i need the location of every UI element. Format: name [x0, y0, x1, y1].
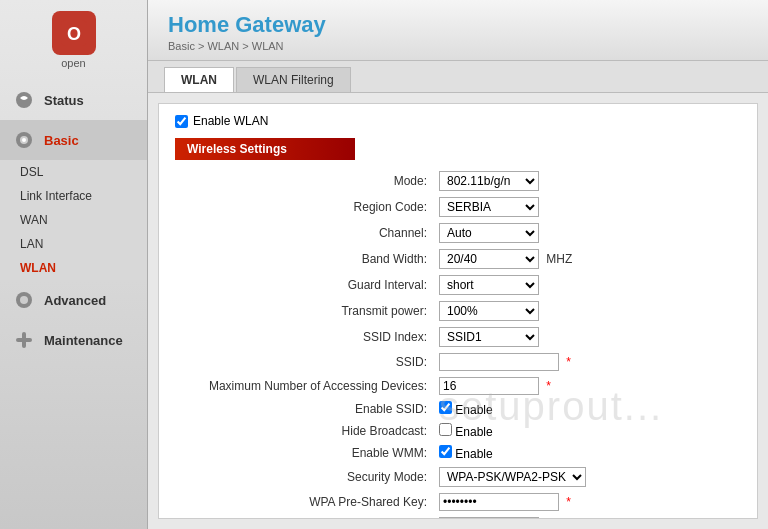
- bandwidth-select[interactable]: 20/40 20: [439, 249, 539, 269]
- field-label-mode: Mode:: [175, 168, 435, 194]
- enable-wlan-checkbox[interactable]: [175, 115, 188, 128]
- table-row: Transmit power: 100% 75% 50% 25%: [175, 298, 741, 324]
- ssid-input[interactable]: [439, 353, 559, 371]
- tab-wlan-filtering[interactable]: WLAN Filtering: [236, 67, 351, 92]
- page-title: Home Gateway: [168, 12, 748, 38]
- table-row: Region Code: SERBIA: [175, 194, 741, 220]
- guard-interval-select[interactable]: short long: [439, 275, 539, 295]
- nav-item-basic[interactable]: Basic: [0, 120, 147, 160]
- nav-label-maintenance: Maintenance: [44, 333, 123, 348]
- table-row: SSID Index: SSID1 SSID2 SSID3 SSID4: [175, 324, 741, 350]
- tab-bar: WLAN WLAN Filtering: [148, 61, 768, 93]
- mhz-label: MHZ: [546, 252, 572, 266]
- field-label-enable-ssid: Enable SSID:: [175, 398, 435, 420]
- sub-nav: DSL Link Interface WAN LAN WLAN: [0, 160, 147, 280]
- table-row: Guard Interval: short long: [175, 272, 741, 298]
- table-row: WPA Pre-Shared Key: *: [175, 490, 741, 514]
- table-row: Enable WMM: Enable: [175, 442, 741, 464]
- field-label-hide-broadcast: Hide Broadcast:: [175, 420, 435, 442]
- header: Home Gateway Basic > WLAN > WLAN: [148, 0, 768, 61]
- sub-nav-wlan[interactable]: WLAN: [0, 256, 147, 280]
- table-row: Channel: Auto 1234 5678 91011: [175, 220, 741, 246]
- settings-table: Mode: 802.11b/g/n 802.11b/g 802.11n Regi…: [175, 168, 741, 519]
- field-label-guard: Guard Interval:: [175, 272, 435, 298]
- psk-required: *: [566, 495, 571, 509]
- advanced-icon: [12, 288, 36, 312]
- nav-item-status[interactable]: Status: [0, 80, 147, 120]
- sub-nav-wan[interactable]: WAN: [0, 208, 147, 232]
- table-row: WPA Encryption: AES TKIP TKIP+AES: [175, 514, 741, 519]
- enable-wmm-label: Enable: [455, 447, 492, 461]
- table-row: SSID: *: [175, 350, 741, 374]
- nav-label-advanced: Advanced: [44, 293, 106, 308]
- security-mode-select[interactable]: WPA-PSK/WPA2-PSK WPA-PSK WPA2-PSK None: [439, 467, 586, 487]
- sub-nav-dsl[interactable]: DSL: [0, 160, 147, 184]
- basic-icon: [12, 128, 36, 152]
- logo-area: O open: [34, 10, 114, 70]
- mode-select[interactable]: 802.11b/g/n 802.11b/g 802.11n: [439, 171, 539, 191]
- max-devices-required: *: [546, 379, 551, 393]
- maintenance-icon: [12, 328, 36, 352]
- field-label-transmit: Transmit power:: [175, 298, 435, 324]
- enable-wmm-checkbox[interactable]: [439, 445, 452, 458]
- svg-text:O: O: [66, 24, 80, 44]
- transmit-power-select[interactable]: 100% 75% 50% 25%: [439, 301, 539, 321]
- psk-input[interactable]: [439, 493, 559, 511]
- max-devices-input[interactable]: [439, 377, 539, 395]
- nav-label-status: Status: [44, 93, 84, 108]
- field-label-psk: WPA Pre-Shared Key:: [175, 490, 435, 514]
- sub-nav-link-interface[interactable]: Link Interface: [0, 184, 147, 208]
- svg-point-7: [20, 296, 28, 304]
- sidebar: O open Status Basic DSL Link Interface W…: [0, 0, 148, 529]
- channel-select[interactable]: Auto 1234 5678 91011: [439, 223, 539, 243]
- hide-broadcast-checkbox[interactable]: [439, 423, 452, 436]
- encryption-select[interactable]: AES TKIP TKIP+AES: [439, 517, 539, 519]
- field-label-bandwidth: Band Width:: [175, 246, 435, 272]
- table-row: Mode: 802.11b/g/n 802.11b/g 802.11n: [175, 168, 741, 194]
- enable-ssid-checkbox[interactable]: [439, 401, 452, 414]
- content-area: setuprout... Enable WLAN Wireless Settin…: [158, 103, 758, 519]
- table-row: Enable SSID: Enable: [175, 398, 741, 420]
- field-label-enable-wmm: Enable WMM:: [175, 442, 435, 464]
- field-label-security: Security Mode:: [175, 464, 435, 490]
- table-row: Band Width: 20/40 20 MHZ: [175, 246, 741, 272]
- enable-wlan-row: Enable WLAN: [175, 114, 741, 128]
- nav-item-maintenance[interactable]: Maintenance: [0, 320, 147, 360]
- enable-wlan-label: Enable WLAN: [193, 114, 268, 128]
- svg-point-5: [22, 138, 26, 142]
- logo-text: open: [61, 57, 85, 69]
- table-row: Hide Broadcast: Enable: [175, 420, 741, 442]
- field-label-region: Region Code:: [175, 194, 435, 220]
- tab-wlan[interactable]: WLAN: [164, 67, 234, 92]
- ssid-index-select[interactable]: SSID1 SSID2 SSID3 SSID4: [439, 327, 539, 347]
- field-label-ssid: SSID:: [175, 350, 435, 374]
- enable-ssid-label: Enable: [455, 403, 492, 417]
- status-icon: [12, 88, 36, 112]
- logo-icon: O: [52, 11, 96, 55]
- breadcrumb: Basic > WLAN > WLAN: [168, 40, 748, 52]
- field-label-channel: Channel:: [175, 220, 435, 246]
- hide-broadcast-label: Enable: [455, 425, 492, 439]
- table-row: Security Mode: WPA-PSK/WPA2-PSK WPA-PSK …: [175, 464, 741, 490]
- region-select[interactable]: SERBIA: [439, 197, 539, 217]
- table-row: Maximum Number of Accessing Devices: *: [175, 374, 741, 398]
- section-header: Wireless Settings: [175, 138, 355, 160]
- ssid-required: *: [566, 355, 571, 369]
- svg-rect-9: [16, 338, 32, 342]
- nav-item-advanced[interactable]: Advanced: [0, 280, 147, 320]
- field-label-encryption: WPA Encryption:: [175, 514, 435, 519]
- field-label-max-devices: Maximum Number of Accessing Devices:: [175, 374, 435, 398]
- nav-label-basic: Basic: [44, 133, 79, 148]
- main-content: Home Gateway Basic > WLAN > WLAN WLAN WL…: [148, 0, 768, 529]
- field-label-ssid-index: SSID Index:: [175, 324, 435, 350]
- sub-nav-lan[interactable]: LAN: [0, 232, 147, 256]
